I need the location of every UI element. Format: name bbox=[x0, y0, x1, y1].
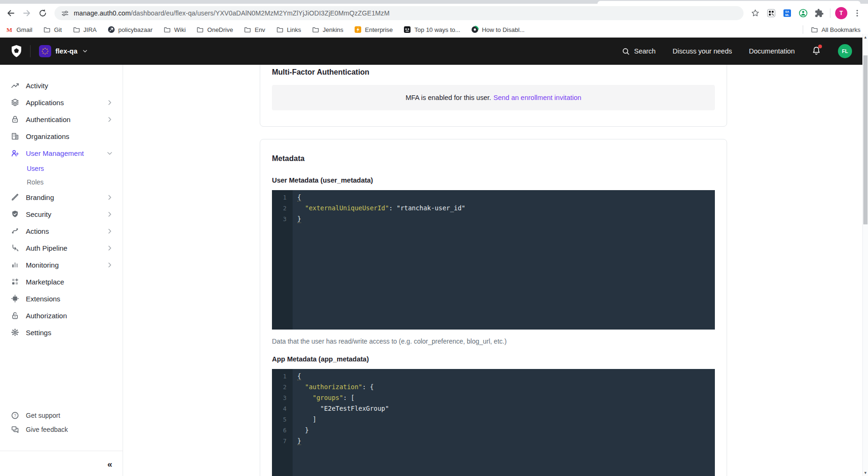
bookmark-how-to-disabl[interactable]: How to Disabl... bbox=[471, 26, 525, 33]
user-metadata-editor[interactable]: 1{2 "externalUniqueUserId": "rtanchak-us… bbox=[272, 190, 715, 330]
sidebar-item-users[interactable]: Users bbox=[0, 161, 123, 175]
bookmark-jenkins[interactable]: Jenkins bbox=[312, 26, 343, 33]
sidebar-item-auth-pipeline[interactable]: Auth Pipeline bbox=[0, 239, 123, 256]
code-line[interactable]: 3} bbox=[272, 214, 715, 224]
svg-text:M: M bbox=[7, 26, 12, 33]
bookmark-onedrive[interactable]: OneDrive bbox=[196, 26, 233, 33]
app-metadata-label: App Metadata (app_metadata) bbox=[272, 355, 715, 363]
all-bookmarks-button[interactable]: All Bookmarks bbox=[811, 26, 860, 33]
chevron-right-icon bbox=[106, 261, 113, 269]
sidebar-item-applications[interactable]: Applications bbox=[0, 94, 123, 111]
scroll-down-arrow[interactable]: ▼ bbox=[863, 469, 868, 476]
sidebar: ActivityApplicationsAuthenticationOrgani… bbox=[0, 65, 123, 476]
code-line[interactable]: 3 "groups": [ bbox=[272, 392, 715, 403]
grammar-extension-icon[interactable] bbox=[795, 5, 811, 21]
back-button[interactable] bbox=[3, 5, 19, 21]
code-line[interactable]: 1{ bbox=[272, 371, 715, 382]
search-icon bbox=[622, 47, 630, 55]
bookmark-gmail[interactable]: MGmail bbox=[6, 26, 32, 33]
nav-search[interactable]: Search bbox=[622, 47, 656, 55]
code-line[interactable]: 2 "authorization": { bbox=[272, 382, 715, 392]
sidebar-item-get-support[interactable]: ?Get support bbox=[0, 408, 123, 422]
reload-button[interactable] bbox=[35, 5, 51, 21]
sidebar-item-marketplace[interactable]: Marketplace bbox=[0, 273, 123, 290]
bookmark-label: Top 10 ways to... bbox=[414, 26, 460, 33]
user-avatar[interactable]: FL bbox=[838, 44, 852, 58]
code-line[interactable]: 7} bbox=[272, 436, 715, 446]
chevron-right-icon bbox=[106, 211, 113, 218]
sidebar-item-authorization[interactable]: Authorization bbox=[0, 307, 123, 324]
sidebar-item-label: Users bbox=[27, 165, 44, 172]
app-metadata-editor[interactable]: 1{2 "authorization": {3 "groups": [4 "E2… bbox=[272, 369, 715, 476]
sidebar-item-give-feedback[interactable]: Give feedback bbox=[0, 422, 123, 437]
bookmark-star-icon[interactable] bbox=[747, 5, 763, 21]
extensions-icon bbox=[10, 294, 20, 303]
url-bar[interactable]: manage.auth0.com/dashboard/eu/flex-qa/us… bbox=[54, 6, 744, 20]
bookmark-enterprise[interactable]: Enterprise bbox=[354, 26, 393, 33]
send-enrollment-invitation-link[interactable]: Send an enrollment invitation bbox=[494, 94, 581, 101]
qr-extension-icon[interactable] bbox=[763, 5, 779, 21]
bookmark-label: Links bbox=[287, 26, 301, 33]
sidebar-item-branding[interactable]: Branding bbox=[0, 189, 123, 206]
sidebar-item-monitoring[interactable]: Monitoring bbox=[0, 256, 123, 273]
bookmark-links[interactable]: Links bbox=[276, 26, 301, 33]
code-line[interactable]: 6 } bbox=[272, 425, 715, 436]
sidebar-item-user-management[interactable]: User Management bbox=[0, 145, 123, 161]
user-metadata-hint: Data that the user has read/write access… bbox=[272, 338, 715, 345]
metadata-card: Metadata User Metadata (user_metadata) 1… bbox=[260, 139, 727, 476]
sidebar-item-activity[interactable]: Activity bbox=[0, 77, 123, 94]
saml-extension-icon[interactable]: SAML bbox=[779, 5, 795, 21]
page-scrollbar[interactable]: ▲ ▼ bbox=[862, 34, 868, 476]
bookmark-label: Enterprise bbox=[365, 26, 393, 33]
forward-button[interactable] bbox=[19, 5, 35, 21]
sidebar-item-actions[interactable]: Actions bbox=[0, 223, 123, 239]
folder-favicon-icon bbox=[163, 26, 171, 33]
sidebar-item-label: Organizations bbox=[26, 132, 70, 140]
sidebar-item-settings[interactable]: Settings bbox=[0, 324, 123, 341]
sidebar-item-organizations[interactable]: Organizations bbox=[0, 128, 123, 145]
user-management-icon bbox=[10, 149, 20, 157]
code-text: "authorization": { bbox=[293, 382, 374, 392]
scroll-up-arrow[interactable]: ▲ bbox=[863, 34, 868, 40]
mfa-title: Multi-Factor Authentication bbox=[272, 68, 715, 77]
tenant-switcher[interactable]: flex-qa bbox=[39, 45, 88, 57]
organizations-icon bbox=[10, 132, 20, 140]
auth0-logo[interactable] bbox=[10, 44, 23, 58]
active-tab[interactable] bbox=[597, 1, 860, 4]
sidebar-item-security[interactable]: Security bbox=[0, 206, 123, 223]
nav-discuss-your-needs[interactable]: Discuss your needs bbox=[673, 47, 732, 55]
scrollbar-thumb[interactable] bbox=[863, 55, 868, 224]
sidebar-item-authentication[interactable]: Authentication bbox=[0, 111, 123, 128]
bookmark-wiki[interactable]: Wiki bbox=[163, 26, 186, 33]
nav-documentation[interactable]: Documentation bbox=[749, 47, 795, 55]
browser-profile-avatar[interactable]: T bbox=[835, 7, 847, 19]
browser-menu-kebab-icon[interactable] bbox=[849, 5, 865, 21]
main-content: Multi-Factor Authentication MFA is enabl… bbox=[124, 65, 862, 476]
bookmark-label: Jenkins bbox=[323, 26, 343, 33]
sidebar-item-label: Get support bbox=[26, 412, 60, 419]
sidebar-collapse-button[interactable]: « bbox=[107, 459, 112, 469]
sidebar-item-extensions[interactable]: Extensions bbox=[0, 290, 123, 307]
bookmarks-bar: MGmailGitJIRApolicybazaarWikiOneDriveEnv… bbox=[0, 23, 868, 37]
sidebar-item-label: Security bbox=[26, 210, 51, 218]
extensions-puzzle-icon[interactable] bbox=[811, 5, 827, 21]
svg-text:ML: ML bbox=[785, 14, 790, 16]
notifications-bell-icon[interactable] bbox=[812, 46, 821, 56]
bookmark-policybazaar[interactable]: policybazaar bbox=[108, 26, 153, 33]
code-line[interactable]: 5 ] bbox=[272, 414, 715, 425]
chevron-right-icon bbox=[106, 116, 113, 123]
notification-dot bbox=[818, 45, 822, 48]
bookmark-label: Env bbox=[255, 26, 265, 33]
bookmark-jira[interactable]: JIRA bbox=[73, 26, 97, 33]
bookmark-top-10-ways-to[interactable]: Top 10 ways to... bbox=[403, 26, 460, 33]
bookmark-env[interactable]: Env bbox=[244, 26, 265, 33]
svg-text:SA: SA bbox=[785, 10, 790, 13]
line-number: 6 bbox=[272, 425, 293, 436]
code-line[interactable]: 1{ bbox=[272, 192, 715, 203]
code-line[interactable]: 4 "E2eTestFlexGroup" bbox=[272, 403, 715, 414]
site-settings-icon[interactable] bbox=[61, 9, 69, 17]
code-line[interactable]: 2 "externalUniqueUserId": "rtanchak-user… bbox=[272, 203, 715, 214]
sidebar-item-roles[interactable]: Roles bbox=[0, 175, 123, 189]
bookmark-git[interactable]: Git bbox=[43, 26, 62, 33]
gmail-favicon-icon: M bbox=[6, 26, 13, 33]
